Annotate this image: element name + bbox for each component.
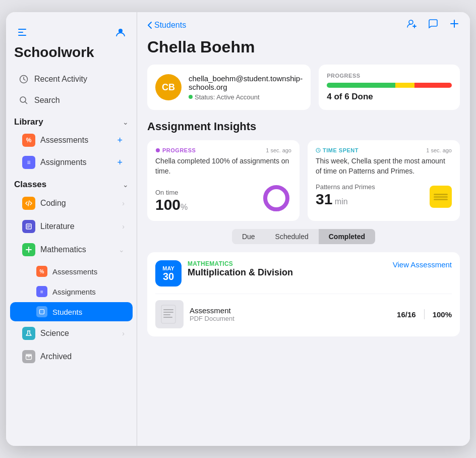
- date-day: 30: [163, 271, 174, 281]
- profile-button[interactable]: [112, 24, 129, 40]
- view-assessment-button[interactable]: View Assessment: [393, 260, 452, 269]
- science-label: Science: [40, 329, 117, 338]
- science-icon: [22, 327, 35, 340]
- assignment-name: Multiplication & Division: [188, 267, 387, 278]
- time-metric: Patterns and Primes 31 min: [316, 183, 375, 208]
- student-status-text: Status: Active Account: [195, 93, 260, 101]
- time-insight-time: 1 sec. ago: [426, 147, 452, 153]
- svg-rect-2: [18, 35, 26, 36]
- message-button[interactable]: [428, 18, 439, 32]
- progress-insight-header: PROGRESS 1 sec. ago: [155, 147, 291, 153]
- archived-label: Archived: [40, 352, 125, 361]
- svg-rect-17: [163, 312, 173, 313]
- progress-metric-value-row: 100%: [155, 196, 188, 213]
- progress-bar-green: [327, 83, 395, 88]
- back-label: Students: [154, 21, 186, 30]
- top-cards: CB chella_boehm@student.township-schools…: [147, 65, 460, 110]
- progress-label: PROGRESS: [327, 73, 452, 79]
- sidebar-toggle-button[interactable]: [14, 24, 30, 40]
- coding-icon: [22, 197, 35, 210]
- main-body: Chella Boehm CB chella_boehm@student.tow…: [137, 38, 470, 446]
- lib-assignments-label: Assignments: [40, 158, 110, 167]
- math-students-label: Students: [52, 308, 82, 316]
- math-students-sub-icon: [36, 306, 47, 317]
- note-line-2: [434, 196, 448, 198]
- svg-point-11: [156, 148, 160, 152]
- svg-rect-16: [163, 309, 173, 310]
- main-toolbar: Students: [137, 12, 470, 38]
- assignment-card: MAY 30 MATHEMATICS Multiplication & Divi…: [147, 252, 460, 336]
- main-content: Students: [137, 12, 470, 446]
- sidebar-item-literature[interactable]: Literature ›: [10, 215, 133, 238]
- svg-point-3: [118, 29, 123, 33]
- progress-metric-value: 100: [155, 196, 181, 213]
- mathematics-icon: [22, 243, 35, 256]
- classes-section-header: Classes ⌄: [6, 176, 137, 192]
- student-status-row: Status: Active Account: [189, 93, 303, 101]
- svg-rect-1: [18, 32, 23, 33]
- tab-due[interactable]: Due: [232, 229, 265, 244]
- svg-rect-0: [18, 29, 26, 30]
- sidebar-item-science[interactable]: Science ›: [10, 322, 133, 345]
- assignment-document: Assessment PDF Document 16/16 100%: [155, 294, 452, 328]
- svg-rect-7: [40, 310, 44, 314]
- coding-label: Coding: [40, 199, 117, 208]
- progress-tag: PROGRESS: [155, 147, 196, 153]
- progress-insight-time: 1 sec. ago: [266, 147, 291, 153]
- library-chevron-icon[interactable]: ⌄: [123, 118, 129, 126]
- science-chevron-icon: ›: [122, 329, 125, 337]
- patterns-card-bottom: Patterns and Primes 31 min: [316, 183, 452, 208]
- sidebar-item-mathematics[interactable]: Mathematics ⌄: [10, 239, 133, 261]
- sidebar-item-lib-assessments[interactable]: % Assessments +: [10, 130, 133, 151]
- add-assessments-button[interactable]: +: [115, 135, 125, 146]
- time-insight-header: TIME SPENT 1 sec. ago: [316, 147, 452, 153]
- donut-container: On time 100%: [155, 183, 291, 213]
- sidebar-item-search[interactable]: Search: [10, 90, 133, 110]
- student-details: chella_boehm@student.township-schools.or…: [189, 74, 303, 101]
- toolbar-actions: [406, 18, 460, 32]
- math-assignments-label: Assignments: [52, 288, 96, 296]
- add-student-button[interactable]: [406, 18, 418, 32]
- math-assessments-label: Assessments: [52, 267, 97, 276]
- progress-bar: [327, 83, 452, 88]
- doc-type: PDF Document: [190, 315, 391, 322]
- classes-chevron-icon[interactable]: ⌄: [123, 181, 129, 189]
- sidebar-item-lib-assignments[interactable]: ≡ Assignments +: [10, 152, 133, 173]
- add-assignments-button[interactable]: +: [115, 157, 125, 168]
- back-button[interactable]: Students: [147, 21, 186, 30]
- time-tag-label: TIME SPENT: [323, 147, 359, 153]
- search-icon: [18, 95, 29, 106]
- insights-cards: PROGRESS 1 sec. ago Chella completed 100…: [147, 140, 460, 221]
- sidebar-item-math-assignments[interactable]: ≡ Assignments: [10, 282, 133, 301]
- sidebar-item-archived[interactable]: Archived: [10, 346, 133, 368]
- doc-score: 16/16: [397, 310, 416, 319]
- status-dot: [189, 95, 193, 99]
- literature-icon: [22, 220, 35, 233]
- date-badge: MAY 30: [155, 260, 182, 287]
- add-button[interactable]: [449, 18, 460, 32]
- student-email: chella_boehm@student.township-schools.or…: [189, 74, 303, 91]
- progress-insight-desc: Chella completed 100% of assignments on …: [155, 156, 291, 176]
- doc-thumbnail: [155, 300, 184, 328]
- note-line-3: [434, 199, 448, 200]
- sidebar-item-recent-activity[interactable]: Recent Activity: [10, 69, 133, 89]
- search-label: Search: [34, 96, 125, 105]
- tab-completed[interactable]: Completed: [319, 229, 375, 244]
- student-name: Chella Boehm: [147, 38, 460, 56]
- svg-rect-18: [163, 314, 170, 315]
- doc-name: Assessment: [190, 306, 391, 315]
- app-title: Schoolwork: [6, 42, 137, 69]
- time-insight-desc: This week, Chella spent the most amount …: [316, 156, 452, 176]
- sidebar-item-coding[interactable]: Coding ›: [10, 192, 133, 214]
- note-line-1: [434, 194, 448, 195]
- progress-done-text: 4 of 6 Done: [327, 92, 452, 102]
- sidebar-item-math-students[interactable]: Students: [10, 302, 133, 321]
- math-assessments-sub-icon: %: [36, 266, 47, 277]
- assignment-header: MAY 30 MATHEMATICS Multiplication & Divi…: [155, 260, 452, 287]
- literature-label: Literature: [40, 222, 117, 231]
- time-metric-value: 31: [316, 191, 332, 207]
- tab-scheduled[interactable]: Scheduled: [265, 229, 319, 244]
- progress-metric: On time 100%: [155, 189, 188, 213]
- sidebar-item-math-assessments[interactable]: % Assessments: [10, 262, 133, 281]
- donut-chart: [261, 183, 291, 213]
